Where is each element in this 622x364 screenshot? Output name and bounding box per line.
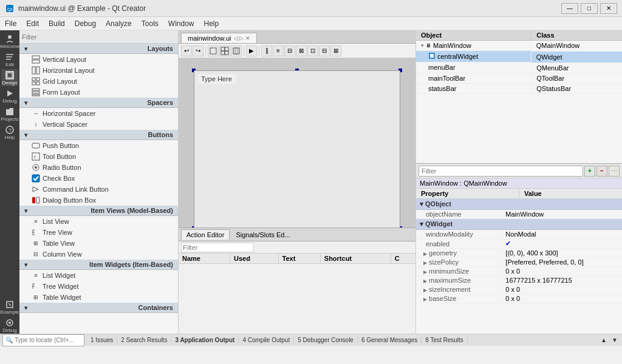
status-up-btn[interactable]: ▲ [599,335,609,345]
prop-row-windowmodality[interactable]: windowModality NonModal [416,230,622,239]
property-add-btn[interactable]: + [584,166,595,177]
widget-command-link-button[interactable]: Command Link Button [19,184,178,195]
widget-table-view[interactable]: ⊞ Table View [19,238,178,249]
canvas-type-here[interactable]: Type Here [197,74,236,84]
prop-row-sizepolicy[interactable]: ▶ sizePolicy [Preferred, Preferred, 0, 0… [416,258,622,267]
property-remove-btn[interactable]: − [596,166,607,177]
sidebar-item-example[interactable]: Example [1,298,18,315]
close-button[interactable]: ✕ [600,3,617,14]
sidebar-item-edit[interactable]: Edit [1,51,18,68]
prop-row-geometry[interactable]: ▶ geometry [(0, 0), 400 x 300] [416,249,622,258]
menu-tools[interactable]: Tools [137,18,163,29]
status-issues[interactable]: 1 Issues [87,337,117,343]
property-menu-btn[interactable]: ⋯ [609,166,620,177]
menu-window[interactable]: Window [163,18,199,29]
toolbar-btn3[interactable] [231,46,242,56]
toolbar-align-btn2[interactable]: ≡ [273,46,284,56]
prop-value[interactable]: 16777215 x 16777215 [502,276,622,285]
widget-column-view[interactable]: ⊟ Column View [19,249,178,260]
status-debugger-console[interactable]: 5 Debugger Console [294,337,358,343]
category-item-widgets[interactable]: Item Widgets (Item-Based) [19,260,178,270]
toolbar-align-btn6[interactable]: ⊟ [319,46,330,56]
sidebar-item-projects[interactable]: Projects [1,106,18,123]
menu-edit[interactable]: Edit [21,18,44,29]
prop-row-objectname[interactable]: objectName MainWindow [416,210,622,219]
center-tab-mainwindow[interactable]: mainwindow.ui ◁ ▷ ✕ [181,33,257,43]
prop-value[interactable]: NonModal [502,230,622,239]
widget-filter-input[interactable] [22,33,176,41]
widget-push-button[interactable]: Push Button [19,140,178,151]
sidebar-item-design[interactable]: Design [1,69,18,86]
status-test-results[interactable]: 8 Test Results [422,337,468,343]
sidebar-item-debug2[interactable]: Debug [1,317,18,334]
prop-row-basesize[interactable]: ▶ baseSize 0 x 0 [416,294,622,303]
prop-value[interactable]: [Preferred, Preferred, 0, 0] [502,258,622,267]
bottom-filter-input[interactable] [181,243,254,252]
search-input[interactable] [15,337,81,343]
widget-vertical-spacer[interactable]: ↕ Vertical Spacer [19,119,178,130]
status-compile-output[interactable]: 4 Compile Output [239,337,294,343]
sidebar-item-welcome[interactable]: Welcome [1,33,18,50]
toolbar-align-btn5[interactable]: ⊡ [307,46,318,56]
widget-tree-widget[interactable]: Tree Widget [19,281,178,292]
widget-vertical-layout[interactable]: Vertical Layout [19,54,178,65]
toolbar-align-btn3[interactable]: ⊟ [284,46,295,56]
toolbar-align-btn4[interactable]: ⊠ [296,46,307,56]
widget-dialog-button-box[interactable]: Dialog Button Box [19,195,178,206]
widget-radio-button[interactable]: Radio Button [19,162,178,173]
status-down-btn[interactable]: ▼ [610,335,620,345]
minimize-button[interactable]: — [561,3,578,14]
menu-analyze[interactable]: Analyze [101,18,137,29]
obj-row-mainwindow[interactable]: ▾ 🖥 MainWindow QMainWindow [416,41,622,52]
maximize-button[interactable]: □ [581,3,598,14]
prop-value[interactable]: 0 x 0 [502,267,622,276]
status-search-results[interactable]: 2 Search Results [117,337,171,343]
obj-row-menubar[interactable]: menuBar QMenuBar [416,62,622,73]
sidebar-item-debug[interactable]: Debug [1,87,18,104]
canvas-inner[interactable]: Type Here [194,70,400,228]
prop-value[interactable]: [(0, 0), 400 x 300] [502,249,622,258]
menu-debug[interactable]: Debug [70,18,101,29]
property-filter-input[interactable] [419,166,583,177]
prop-row-maximumsize[interactable]: ▶ maximumSize 16777215 x 16777215 [416,276,622,285]
obj-row-maintoolbar[interactable]: mainToolBar QToolBar [416,73,622,83]
tab-action-editor[interactable]: Action Editor [181,229,230,240]
toolbar-play-btn[interactable]: ▶ [246,46,257,56]
obj-row-statusbar[interactable]: statusBar QStatusBar [416,83,622,93]
sidebar-item-help[interactable]: ? Help [1,124,18,141]
toolbar-btn1[interactable] [208,46,219,56]
widget-horizontal-spacer[interactable]: ↔ Horizontal Spacer [19,108,178,119]
category-containers[interactable]: Containers [19,303,178,313]
widget-tree-view[interactable]: Tree View [19,227,178,238]
tab-signals-slots[interactable]: Signals/Slots Ed... [231,230,295,240]
category-item-views[interactable]: Item Views (Model-Based) [19,206,178,216]
toolbar-undo-btn[interactable]: ↩ [181,46,192,56]
widget-check-box[interactable]: Check Box [19,173,178,184]
category-layouts[interactable]: Layouts [19,44,178,54]
status-general-messages[interactable]: 6 General Messages [358,337,422,343]
menu-file[interactable]: File [0,18,21,29]
widget-tool-button[interactable]: T Tool Button [19,151,178,162]
toolbar-redo-btn[interactable]: ↪ [193,46,203,56]
prop-row-sizeincrement[interactable]: ▶ sizeIncrement 0 x 0 [416,285,622,294]
menu-build[interactable]: Build [44,18,70,29]
menu-help[interactable]: Help [199,18,224,29]
prop-value[interactable]: ✔ [502,239,622,249]
prop-value[interactable]: 0 x 0 [502,285,622,294]
prop-row-minimumsize[interactable]: ▶ minimumSize 0 x 0 [416,267,622,276]
category-buttons[interactable]: Buttons [19,130,178,140]
toolbar-align-btn1[interactable]: ‖ [261,46,272,56]
widget-grid-layout[interactable]: Grid Layout [19,76,178,87]
prop-value[interactable]: MainWindow [502,210,622,219]
prop-row-enabled[interactable]: enabled ✔ [416,239,622,249]
toolbar-btn2[interactable] [219,46,230,56]
prop-value[interactable]: 0 x 0 [502,294,622,303]
widget-list-view[interactable]: ≡ List View [19,216,178,227]
category-spacers[interactable]: Spacers [19,98,178,108]
design-canvas-wrapper[interactable]: Type Here [179,58,415,228]
widget-list-widget[interactable]: ≡ List Widget [19,270,178,281]
obj-row-centralwidget[interactable]: centralWidget QWidget [416,51,622,62]
toolbar-align-btn7[interactable]: ⊠ [330,46,341,56]
widget-table-widget[interactable]: ⊞ Table Widget [19,292,178,303]
widget-form-layout[interactable]: Form Layout [19,87,178,98]
